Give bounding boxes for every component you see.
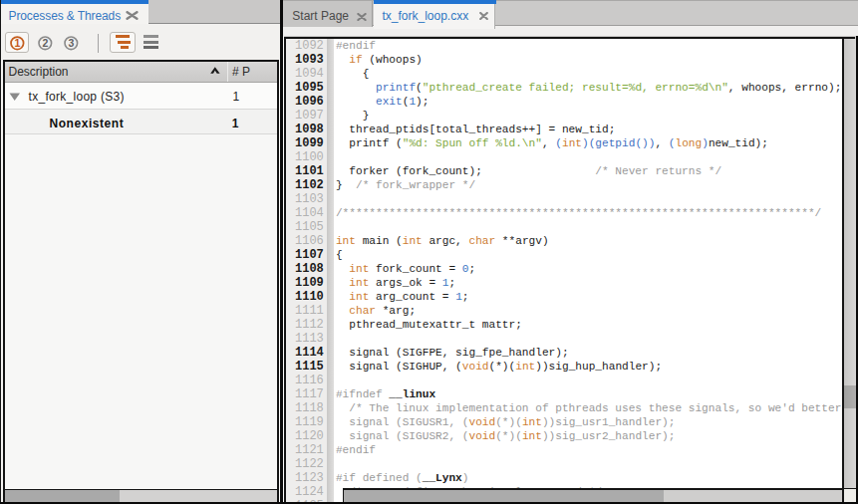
svg-text:2: 2: [43, 37, 49, 49]
svg-text:3: 3: [68, 37, 74, 49]
svg-text:1: 1: [14, 37, 20, 49]
